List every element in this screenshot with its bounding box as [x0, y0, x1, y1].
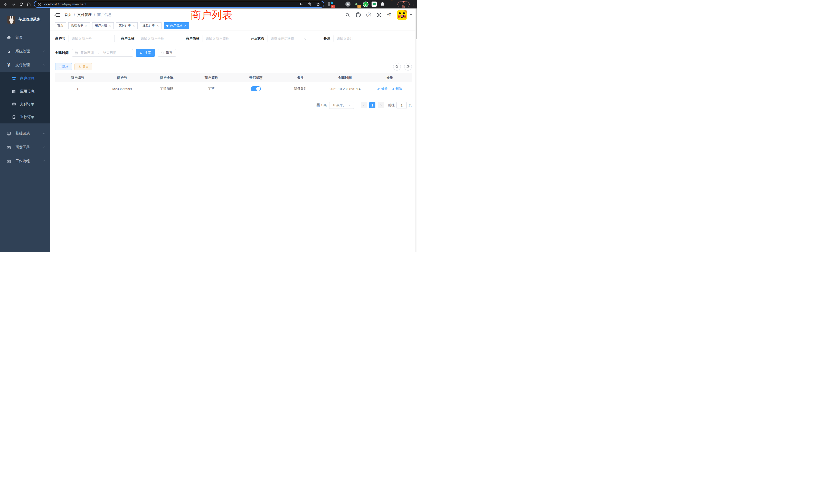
font-size-icon[interactable]: тT [387, 13, 391, 17]
chevron-down-icon [42, 49, 45, 53]
home-icon [27, 2, 31, 6]
reset-button[interactable]: 重置 [158, 49, 176, 57]
next-page-button[interactable] [378, 102, 384, 108]
end-date-placeholder[interactable]: 结束日期 [103, 50, 116, 55]
goto-label: 前往 [388, 103, 395, 108]
sidebar-item-dev-tools[interactable]: 研发工具 [0, 140, 50, 154]
tab-merchant-info[interactable]: 商户信息✕ [164, 22, 189, 29]
goto-page-input[interactable] [396, 101, 407, 109]
pagination-total: 共 1 条 [316, 103, 327, 108]
extension-chat-icon[interactable] [372, 2, 377, 7]
profile-emoji-icon[interactable] [389, 2, 394, 7]
close-icon[interactable]: ✕ [109, 24, 111, 27]
full-name-input[interactable] [138, 35, 179, 42]
extension-gem-icon[interactable] [337, 2, 342, 7]
browser-home-button[interactable] [25, 1, 33, 8]
puzzle-icon [380, 2, 385, 6]
sidebar-logo[interactable]: 芋道管理系统 [0, 8, 50, 30]
page-size-select[interactable]: 10条/页 [329, 101, 354, 109]
short-name-input[interactable] [203, 35, 244, 42]
sidebar-item-pay-order[interactable]: 支付订单 [0, 98, 50, 111]
filter-row-1: 商户号 商户全称 商户简称 开启状态 备注 [55, 35, 412, 42]
dashboard-icon [6, 36, 12, 40]
sidebar-item-home[interactable]: 首页 [0, 30, 50, 44]
browser-back-button[interactable] [2, 1, 10, 8]
browser-refresh-button[interactable] [18, 1, 25, 8]
sidebar-item-pay[interactable]: ¥ 支付管理 [0, 58, 50, 72]
scrollbar-thumb[interactable] [416, 8, 417, 39]
add-button[interactable]: + 新增 [55, 63, 72, 70]
search-button[interactable]: 搜索 [136, 49, 155, 57]
hamburger-icon[interactable] [55, 13, 60, 17]
refresh-icon [19, 2, 23, 6]
user-menu[interactable] [397, 10, 412, 20]
info-icon[interactable] [38, 3, 41, 6]
refresh-table-button[interactable] [404, 63, 412, 71]
merchant-no-input[interactable] [69, 35, 115, 42]
table-toolbar: + 新增 导出 [55, 63, 412, 71]
chevron-right-icon [379, 104, 382, 107]
page-scrollbar[interactable] [415, 8, 417, 252]
extension-yudao-icon[interactable]: y [363, 2, 368, 7]
address-bar[interactable]: localhost:1024/pay/merchant [34, 1, 324, 8]
breadcrumb-pay[interactable]: 支付管理 [77, 13, 92, 17]
cell-create-time: 2021-10-23 08:31:14 [323, 87, 368, 91]
col-merchant-no: 商户号 [100, 75, 145, 80]
key-icon[interactable] [299, 2, 303, 6]
prev-page-button[interactable] [361, 102, 367, 108]
bookmark-star-icon[interactable] [316, 2, 321, 7]
sidebar-item-refund-order[interactable]: 退款订单 [0, 111, 50, 123]
create-time-range-picker[interactable]: 开始日期 - 结束日期 [72, 49, 133, 57]
extension-command-icon[interactable]: ⌘ [345, 2, 351, 7]
delete-link[interactable]: 删除 [391, 87, 402, 91]
status-toggle[interactable] [250, 86, 261, 91]
start-date-placeholder[interactable]: 开始日期 [80, 50, 94, 55]
caret-down-icon[interactable] [410, 14, 412, 16]
chevron-down-icon [42, 159, 45, 163]
download-icon [78, 65, 81, 68]
remark-input[interactable] [333, 35, 381, 42]
search-icon [140, 51, 143, 55]
tab-process-form[interactable]: 流程表单✕ [68, 22, 90, 29]
gear-icon [6, 49, 12, 54]
extension-blob-icon[interactable]: 1 [354, 2, 359, 7]
sidebar-item-infra[interactable]: 基础设施 [0, 127, 50, 140]
page-1-button[interactable]: 1 [369, 102, 375, 108]
col-full-name: 商户全称 [144, 75, 189, 80]
tab-pay-order[interactable]: 支付订单✕ [116, 22, 138, 29]
filter-row-2: 创建时间 开始日期 - 结束日期 搜索 重置 [55, 49, 412, 57]
tab-user-group[interactable]: 用户分组✕ [92, 22, 114, 29]
header-search-icon[interactable] [345, 13, 350, 17]
url-text[interactable]: localhost:1024/pay/merchant [44, 2, 86, 6]
fullscreen-icon[interactable] [377, 13, 381, 18]
table-header: 商户编号 商户号 商户全称 商户简称 开启状态 备注 创建时间 操作 [55, 73, 412, 82]
extension-blocks-icon[interactable]: 10 [328, 2, 333, 7]
extensions-puzzle-icon[interactable] [380, 2, 386, 7]
sidebar-item-merchant-info[interactable]: 商户信息 [0, 72, 50, 85]
tab-home[interactable]: 首页 [55, 22, 66, 29]
github-icon[interactable] [356, 12, 361, 18]
browser-update-button[interactable]: 更新 [397, 2, 410, 7]
close-icon[interactable]: ✕ [156, 24, 159, 27]
sidebar-item-app-info[interactable]: 应用信息 [0, 85, 50, 98]
browser-menu-icon[interactable] [411, 3, 414, 6]
breadcrumb-home[interactable]: 首页 [64, 13, 72, 17]
help-icon[interactable]: ? [367, 13, 371, 17]
close-icon[interactable]: ✕ [85, 24, 87, 27]
page-content: 商户号 商户全称 商户简称 开启状态 备注 创建时间 [50, 30, 417, 252]
cell-remark: 我是备注 [278, 87, 323, 91]
status-select[interactable] [267, 35, 309, 42]
sidebar-item-workflow[interactable]: 工作流程 [0, 154, 50, 168]
close-icon[interactable]: ✕ [184, 24, 186, 27]
yen-icon: ¥ [6, 63, 12, 68]
tab-refund-order[interactable]: 退款订单✕ [140, 22, 161, 29]
avatar[interactable] [397, 10, 407, 20]
toggle-search-button[interactable] [393, 63, 401, 71]
store-icon [11, 76, 17, 81]
edit-link[interactable]: 修改 [377, 87, 388, 91]
browser-forward-button[interactable] [10, 1, 18, 8]
export-button[interactable]: 导出 [74, 63, 92, 70]
share-icon[interactable] [307, 2, 311, 6]
sidebar-item-system[interactable]: 系统管理 [0, 44, 50, 58]
close-icon[interactable]: ✕ [132, 24, 135, 27]
